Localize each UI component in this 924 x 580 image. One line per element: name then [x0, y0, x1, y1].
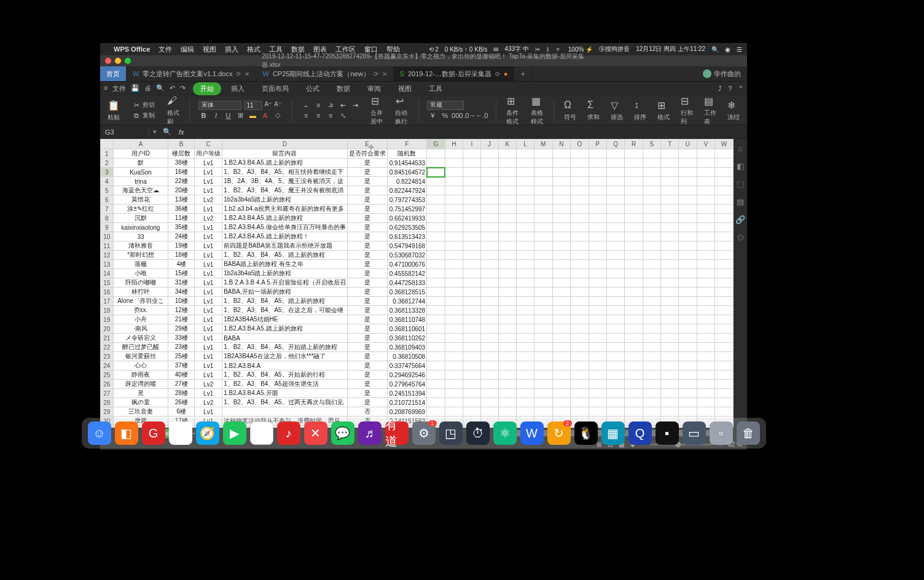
- qa-save-icon[interactable]: 💾: [131, 84, 139, 93]
- cell[interactable]: [480, 278, 498, 288]
- cell[interactable]: [697, 352, 715, 361]
- decimal-inc-icon[interactable]: .0→: [464, 111, 475, 120]
- cell[interactable]: 0.245151394: [387, 389, 427, 398]
- cell[interactable]: 6楼: [168, 407, 195, 417]
- menu-format[interactable]: 格式: [247, 45, 260, 54]
- cell[interactable]: 0.36810508: [387, 352, 427, 361]
- cell[interactable]: 10楼: [168, 297, 195, 306]
- row-header[interactable]: 23: [101, 352, 114, 361]
- cell[interactable]: [463, 407, 480, 417]
- cell[interactable]: [625, 232, 643, 241]
- dock-app-8[interactable]: ✕: [304, 421, 327, 445]
- cell[interactable]: [427, 315, 445, 324]
- cell[interactable]: [552, 205, 570, 214]
- cell[interactable]: [589, 159, 606, 168]
- cell[interactable]: [606, 278, 625, 288]
- number-format-select[interactable]: [427, 101, 464, 110]
- cell[interactable]: [498, 260, 516, 269]
- cell[interactable]: [589, 407, 606, 417]
- cell[interactable]: [679, 241, 697, 251]
- cell[interactable]: [534, 343, 552, 352]
- cell[interactable]: [679, 251, 697, 260]
- comma-icon[interactable]: 000: [452, 111, 463, 120]
- cell[interactable]: 1、B2、A3、B4、A5。魔王并没有被彻底消: [222, 186, 347, 195]
- cell[interactable]: [643, 370, 660, 380]
- cell[interactable]: [715, 168, 733, 177]
- cell[interactable]: 0.914544533: [387, 159, 427, 168]
- cell[interactable]: Lv1: [195, 269, 222, 278]
- cell[interactable]: [606, 361, 625, 370]
- cell[interactable]: [697, 251, 715, 260]
- cell[interactable]: [480, 251, 498, 260]
- cell[interactable]: [715, 315, 733, 324]
- cell[interactable]: 25楼: [168, 352, 195, 361]
- cell[interactable]: [625, 297, 643, 306]
- cell[interactable]: [516, 380, 534, 389]
- cell[interactable]: [715, 398, 733, 407]
- row-header[interactable]: 14: [101, 269, 114, 278]
- cell[interactable]: 0.294692546: [387, 370, 427, 380]
- cellref-dropdown-icon[interactable]: ▾: [149, 128, 160, 136]
- cell[interactable]: [516, 297, 534, 306]
- cell[interactable]: [679, 186, 697, 195]
- col-header-U[interactable]: U: [679, 139, 697, 149]
- cell[interactable]: [552, 251, 570, 260]
- cell[interactable]: 用户ID: [113, 149, 168, 159]
- cell[interactable]: [480, 407, 498, 417]
- cell[interactable]: [480, 159, 498, 168]
- cell[interactable]: [697, 380, 715, 389]
- cell[interactable]: [427, 214, 445, 223]
- cell[interactable]: [571, 288, 589, 297]
- cell[interactable]: 清秋雅音: [113, 241, 168, 251]
- align-bottom-icon[interactable]: ⫡: [325, 100, 336, 110]
- cell[interactable]: [625, 315, 643, 324]
- cell[interactable]: 1.B2.A3.B4.A5.开眼: [222, 389, 347, 398]
- cell[interactable]: 是: [347, 288, 387, 297]
- cell[interactable]: [445, 214, 463, 223]
- cell[interactable]: [498, 389, 516, 398]
- cell[interactable]: [715, 324, 733, 334]
- cell[interactable]: [679, 315, 697, 324]
- cell[interactable]: [516, 269, 534, 278]
- cell[interactable]: 0.547949168: [387, 241, 427, 251]
- cell[interactable]: [445, 324, 463, 334]
- cell[interactable]: [625, 288, 643, 297]
- cell[interactable]: Lv1: [195, 306, 222, 315]
- dock-app-19[interactable]: ▦: [601, 421, 625, 445]
- cell[interactable]: [679, 149, 697, 159]
- align-top-icon[interactable]: ⫠: [300, 100, 311, 110]
- cell[interactable]: [571, 269, 589, 278]
- cell[interactable]: [715, 370, 733, 380]
- cell[interactable]: [697, 260, 715, 269]
- cell[interactable]: [697, 159, 715, 168]
- cell[interactable]: [445, 195, 463, 205]
- cell[interactable]: [534, 186, 552, 195]
- cell[interactable]: [606, 352, 625, 361]
- cell[interactable]: [427, 232, 445, 241]
- cell[interactable]: [715, 177, 733, 186]
- cell[interactable]: [697, 370, 715, 380]
- ribbon-tab-formula[interactable]: 公式: [299, 82, 327, 95]
- cell[interactable]: [534, 223, 552, 232]
- conditional-format-button[interactable]: ⊞条件格式: [503, 94, 523, 127]
- cell[interactable]: [552, 195, 570, 205]
- ime-switch[interactable]: Ⓢ 搜狗拼音: [599, 45, 630, 53]
- cell[interactable]: 莫惜花: [113, 195, 168, 205]
- cell[interactable]: [643, 352, 660, 361]
- align-right-icon[interactable]: ≡: [325, 111, 336, 120]
- cell[interactable]: [571, 205, 589, 214]
- cell[interactable]: [498, 380, 516, 389]
- dock-app-10[interactable]: ♬: [358, 421, 382, 445]
- cell[interactable]: [625, 168, 643, 177]
- siri-icon[interactable]: ◉: [725, 46, 730, 53]
- window-minimize-button[interactable]: [115, 58, 121, 64]
- cell[interactable]: [463, 232, 480, 241]
- cell[interactable]: [427, 223, 445, 232]
- cell[interactable]: [643, 269, 660, 278]
- dock-wps[interactable]: W: [520, 421, 544, 445]
- currency-icon[interactable]: ¥: [427, 111, 438, 120]
- cell[interactable]: [516, 306, 534, 315]
- border-button[interactable]: ⊞: [235, 111, 246, 120]
- dock-trash[interactable]: 🗑: [737, 421, 760, 445]
- cell[interactable]: [661, 195, 679, 205]
